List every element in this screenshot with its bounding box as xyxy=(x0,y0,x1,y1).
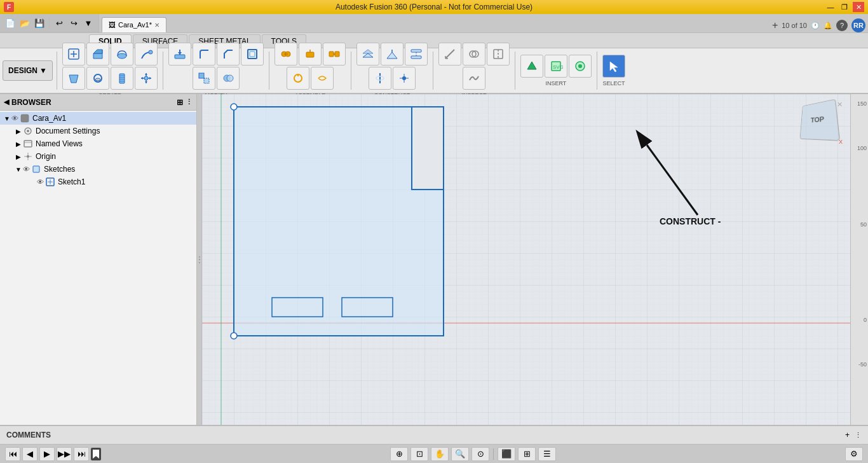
grid-display-button[interactable]: ⊞ xyxy=(518,447,536,461)
panel-resize-handle[interactable] xyxy=(197,94,202,425)
minimize-button[interactable]: — xyxy=(825,2,836,12)
open-button[interactable]: 📂 xyxy=(18,17,31,29)
interference-button[interactable] xyxy=(463,43,485,66)
svg-rect-29 xyxy=(250,52,255,57)
hole-button[interactable] xyxy=(86,67,109,90)
display-mode-button[interactable]: ⬛ xyxy=(498,447,515,461)
revolve-button[interactable] xyxy=(111,43,133,66)
play-button[interactable]: ▶ xyxy=(39,447,55,461)
save-button[interactable]: 💾 xyxy=(33,17,46,29)
tree-item-origin[interactable]: ▶ Origin xyxy=(0,150,196,163)
visibility-sketch1[interactable]: 👁 xyxy=(37,178,44,186)
press-pull-button[interactable] xyxy=(168,43,191,66)
settings-button[interactable]: ⚙ xyxy=(845,447,863,461)
add-tab-button[interactable]: + xyxy=(772,20,778,31)
tree-item-root[interactable]: ▼ 👁 Cara_Av1 xyxy=(0,112,196,125)
tree-item-named-views[interactable]: ▶ Named Views xyxy=(0,137,196,150)
play-end-button[interactable]: ⏭ xyxy=(74,447,89,461)
tree-arrow-sketches[interactable]: ▼ xyxy=(14,166,23,173)
tree-item-doc-settings[interactable]: ▶ Document Settings xyxy=(0,125,196,137)
comments-add-button[interactable]: + xyxy=(845,431,850,439)
redo-button[interactable]: ↪ xyxy=(67,17,80,29)
new-file-button[interactable]: 📄 xyxy=(4,17,17,29)
extrude-button[interactable] xyxy=(86,43,109,66)
move-button[interactable] xyxy=(135,67,158,90)
view-options-button[interactable]: ☰ xyxy=(538,447,556,461)
joint-button[interactable] xyxy=(275,43,297,66)
play-forward-button[interactable]: ▶▶ xyxy=(57,447,72,461)
zoom-fit-button[interactable]: ⊙ xyxy=(471,447,489,461)
undo-button[interactable]: ↩ xyxy=(53,17,65,29)
help-button[interactable]: ? xyxy=(836,20,848,31)
fit-view-button[interactable]: ⊕ xyxy=(390,447,408,461)
design-menu-button[interactable]: DESIGN ▼ xyxy=(3,60,53,81)
play-back-button[interactable]: ◀ xyxy=(22,447,37,461)
scale-button[interactable] xyxy=(193,67,215,90)
svg-marker-21 xyxy=(145,73,147,75)
visibility-sketches[interactable]: 👁 xyxy=(23,165,30,173)
tree-arrow-root[interactable]: ▼ xyxy=(3,115,11,122)
visibility-root[interactable]: 👁 xyxy=(11,114,18,122)
curvature-map-button[interactable] xyxy=(463,67,485,90)
tree-item-sketch1[interactable]: ▶ 👁 Sketch1 xyxy=(0,176,196,188)
undo-history-button[interactable]: ▼ xyxy=(82,17,95,29)
tree-arrow-named-views[interactable]: ▶ xyxy=(14,141,23,148)
measure-button[interactable] xyxy=(438,43,461,66)
orbit-button[interactable]: ✋ xyxy=(431,447,449,461)
svg-rect-31 xyxy=(204,78,209,83)
decal-button[interactable] xyxy=(569,55,592,78)
section-analysis-button[interactable] xyxy=(487,43,510,66)
insert-svg-button[interactable]: SVG xyxy=(545,55,567,78)
play-start-button[interactable]: ⏮ xyxy=(5,447,20,461)
chamfer-button[interactable] xyxy=(217,43,240,66)
nav-cube-close[interactable]: ✕ xyxy=(837,100,843,109)
insert-mesh-button[interactable] xyxy=(520,55,543,78)
user-avatar[interactable]: RR xyxy=(851,18,865,32)
select-button[interactable] xyxy=(602,55,625,78)
plane-at-angle-button[interactable] xyxy=(381,43,403,66)
new-component-button[interactable] xyxy=(62,43,85,66)
navigation-cube[interactable]: TOP ✕ X xyxy=(798,100,843,145)
point-button[interactable] xyxy=(393,67,416,90)
tree-item-sketches[interactable]: ▼ 👁 Sketches xyxy=(0,163,196,176)
sweep-button[interactable] xyxy=(135,43,158,66)
viewport[interactable]: TOP ✕ X 150 100 50 0 -50 xyxy=(202,94,868,425)
tab-close-button[interactable]: ✕ xyxy=(154,22,159,29)
main-toolbar: DESIGN ▼ xyxy=(0,48,868,94)
maximize-button[interactable]: ❐ xyxy=(839,2,850,12)
origin-label: Origin xyxy=(36,152,56,161)
nav-cube-face: TOP xyxy=(800,99,841,141)
drive-joints-button[interactable] xyxy=(287,67,309,90)
ruler-right: 150 100 50 0 -50 xyxy=(850,94,868,425)
shell-button[interactable] xyxy=(241,43,264,66)
browser-collapse-button[interactable]: ◀ xyxy=(4,98,9,106)
notification-button[interactable]: 🔔 xyxy=(824,22,832,30)
panel-collapse-handle[interactable]: ⋮ xyxy=(855,431,862,439)
zoom-window-button[interactable]: 🔍 xyxy=(451,447,469,461)
fillet-button[interactable] xyxy=(193,43,215,66)
motion-link-button[interactable] xyxy=(311,67,334,90)
rigid-group-button[interactable] xyxy=(323,43,346,66)
insert-group-label: INSERT xyxy=(545,80,566,86)
toolbar-sep-4 xyxy=(351,52,351,90)
tree-arrow-origin[interactable]: ▶ xyxy=(14,153,23,160)
close-button[interactable]: ✕ xyxy=(853,2,864,12)
axis-through-button[interactable] xyxy=(369,67,391,90)
history-button[interactable]: 🕐 xyxy=(811,22,820,30)
pan-button[interactable]: ⊡ xyxy=(410,447,428,461)
tree-arrow-doc-settings[interactable]: ▶ xyxy=(14,128,23,135)
svg-text:SVG: SVG xyxy=(553,64,563,70)
midplane-button[interactable] xyxy=(405,43,428,66)
loft-button[interactable] xyxy=(62,67,85,90)
doc-settings-label: Document Settings xyxy=(36,127,100,135)
browser-expand-button[interactable]: ⊞ xyxy=(177,98,183,107)
thread-button[interactable] xyxy=(111,67,133,90)
offset-plane-button[interactable] xyxy=(356,43,379,66)
as-built-joint-button[interactable] xyxy=(299,43,322,66)
browser-title: BROWSER xyxy=(11,98,51,107)
page-counter: 10 of 10 xyxy=(782,22,807,29)
active-tab[interactable]: 🖼 Cara_Av1* ✕ xyxy=(102,17,166,32)
browser-options-button[interactable]: ⋮ xyxy=(186,98,193,106)
svg-marker-46 xyxy=(387,52,397,59)
combine-button[interactable] xyxy=(217,67,240,90)
